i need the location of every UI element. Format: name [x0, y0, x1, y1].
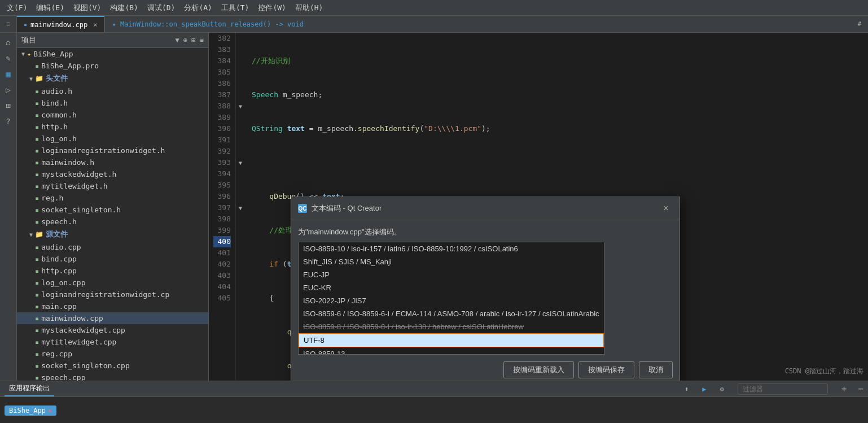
dialog-buttons: 按编码重新载入 按编码保存 取消 [298, 361, 673, 378]
fold-389 [236, 112, 245, 123]
encoding-item-0[interactable]: ISO-8859-10 / iso-ir-157 / latin6 / ISO-… [299, 242, 604, 255]
menu-build[interactable]: 构建(B) [106, 1, 142, 15]
file-icon: ▪ [35, 279, 39, 287]
file-label: socket_singleton.h [41, 206, 121, 214]
encoding-item-5[interactable]: ISO-8859-6 / ISO-8859-6-I / ECMA-114 / A… [299, 307, 604, 320]
fold-404 [236, 281, 245, 293]
tree-arrow-sources: ▼ [27, 232, 35, 238]
sidebar-icon-projects[interactable]: ⊞ [1, 98, 16, 113]
encoding-item-6[interactable]: ISO-8859-8 / ISO-8859-8-I / iso-ir-138 /… [299, 320, 604, 333]
encoding-item-8[interactable]: ISO-8859-13 [299, 347, 604, 355]
file-label: mystackedwidget.h [41, 170, 116, 178]
tree-file-logon-cpp[interactable]: ▪log_on.cpp [17, 277, 208, 289]
sidebar-icon-design[interactable]: ▦ [1, 67, 16, 81]
fold-388[interactable]: ▼ [236, 101, 245, 112]
watermark: CSDN @踏过山河，踏过海 [785, 367, 863, 376]
tree-file-logon-h[interactable]: ▪log_on.h [17, 133, 208, 145]
file-label: bind.cpp [41, 255, 77, 263]
fold-398 [236, 213, 245, 225]
breadcrumb: ✦ MainWindow::on_speakButton_released() … [104, 16, 868, 32]
tree-file-mainwindow-cpp[interactable]: ▪mainwindow.cpp [17, 312, 208, 324]
tab-label: mainwindow.cpp [30, 21, 87, 29]
headers-folder-icon: 📁 [35, 75, 43, 82]
pro-file-icon: ▪ [35, 62, 39, 70]
tree-arrow-root: ▼ [19, 51, 27, 57]
tree-file-common-h[interactable]: ▪common.h [17, 109, 208, 121]
encoding-item-1[interactable]: Shift_JIS / SJIS / MS_Kanji [299, 255, 604, 268]
tree-group-headers[interactable]: ▼ 📁 头文件 [17, 72, 208, 85]
sidebar-icon-debug[interactable]: ▷ [1, 82, 16, 97]
encoding-item-3[interactable]: EUC-KR [299, 281, 604, 294]
menu-analyze[interactable]: 分析(A) [179, 1, 216, 15]
sidebar-icon-edit[interactable]: ✎ [1, 51, 16, 66]
app-badge[interactable]: BiShe_App ✕ [5, 405, 56, 416]
menu-debug[interactable]: 调试(D) [143, 1, 179, 15]
tree-file-bind-h[interactable]: ▪bind.h [17, 97, 208, 109]
file-icon: ▪ [35, 303, 39, 311]
app-close-icon[interactable]: ✕ [48, 407, 52, 415]
tree-file-socket-h[interactable]: ▪socket_singleton.h [17, 204, 208, 216]
tree-file-login-cpp[interactable]: ▪loginandregistrationwidget.cp [17, 289, 208, 300]
headers-group-label: 头文件 [46, 73, 68, 84]
tree-file-audio-h[interactable]: ▪audio.h [17, 85, 208, 97]
encoding-item-4[interactable]: ISO-2022-JP / JIS7 [299, 294, 604, 307]
tree-pro-file[interactable]: ▪ BiShe_App.pro [17, 60, 208, 72]
tree-file-reg-cpp[interactable]: ▪reg.cpp [17, 348, 208, 360]
tree-root[interactable]: ▼ ✦ BiShe_App [17, 48, 208, 60]
dialog-title-text: 文本编码 - Qt Creator [312, 203, 382, 213]
tree-file-http-h[interactable]: ▪http.h [17, 121, 208, 133]
sidebar-icon-welcome[interactable]: ⌂ [1, 35, 16, 50]
tree-file-mytitle-h[interactable]: ▪mytitlewidget.h [17, 180, 208, 192]
file-icon: ▪ [35, 338, 39, 346]
tree-file-bind-cpp[interactable]: ▪bind.cpp [17, 253, 208, 265]
file-icon: ▪ [35, 182, 39, 190]
tree-file-http-cpp[interactable]: ▪http.cpp [17, 265, 208, 277]
fold-397[interactable]: ▼ [236, 202, 245, 213]
menu-file[interactable]: 文(F) [2, 1, 32, 15]
menu-controls[interactable]: 控件(W) [253, 1, 290, 15]
reload-button[interactable]: 按编码重新载入 [503, 361, 574, 378]
tab-mainwindow-cpp[interactable]: ▪ mainwindow.cpp × [17, 16, 104, 32]
encoding-dialog[interactable]: QC 文本编码 - Qt Creator × 为"mainwindow.cpp"… [291, 197, 680, 381]
tree-file-mainwindow-h[interactable]: ▪mainwindow.h [17, 156, 208, 168]
tab-close-icon[interactable]: × [93, 21, 97, 29]
file-icon: ▪ [35, 88, 39, 95]
tree-file-login-h[interactable]: ▪loginandregistrationwidget.h [17, 145, 208, 156]
tree-file-mystacked-h[interactable]: ▪mystackedwidget.h [17, 168, 208, 180]
fold-393[interactable]: ▼ [236, 157, 245, 168]
file-icon: ▪ [35, 362, 39, 370]
tree-file-speech-h[interactable]: ▪speech.h [17, 216, 208, 228]
encoding-list[interactable]: ISO-8859-10 / iso-ir-157 / latin6 / ISO-… [298, 242, 604, 355]
tree-file-audio-cpp[interactable]: ▪audio.cpp [17, 241, 208, 253]
file-label: mytitlewidget.cpp [41, 338, 116, 346]
tree-file-mystacked-cpp[interactable]: ▪mystackedwidget.cpp [17, 324, 208, 336]
sidebar-icon-help[interactable]: ? [1, 114, 16, 129]
tree-group-sources[interactable]: ▼ 📁 源文件 [17, 228, 208, 241]
filter-input[interactable] [738, 383, 828, 395]
file-icon: ▪ [35, 123, 39, 131]
dialog-icon: QC [298, 204, 307, 213]
encoding-item-2[interactable]: EUC-JP [299, 268, 604, 281]
file-label: mainwindow.h [41, 158, 94, 167]
menu-help[interactable]: 帮助(H) [291, 1, 327, 15]
dialog-icon-text: QC [299, 206, 307, 212]
tree-file-speech-cpp[interactable]: ▪speech.cpp [17, 372, 208, 381]
tree-file-main-cpp[interactable]: ▪main.cpp [17, 300, 208, 312]
file-label: http.h [41, 123, 68, 131]
encoding-item-utf8[interactable]: UTF-8 [299, 333, 604, 347]
tree-file-mytitle-cpp[interactable]: ▪mytitlewidget.cpp [17, 336, 208, 348]
menu-tools[interactable]: 工具(T) [217, 1, 253, 15]
bottom-tab-output[interactable]: 应用程序输出 [5, 381, 54, 396]
cancel-button[interactable]: 取消 [639, 361, 673, 378]
file-icon: ▪ [35, 99, 39, 107]
file-icon: ▪ [35, 350, 39, 358]
save-button[interactable]: 按编码保存 [578, 361, 634, 378]
file-icon: ▪ [35, 111, 39, 119]
dialog-close-button[interactable]: × [659, 202, 673, 215]
tree-file-socket-cpp[interactable]: ▪socket_singleton.cpp [17, 360, 208, 372]
fold-385 [236, 67, 245, 78]
tree-file-reg-h[interactable]: ▪reg.h [17, 192, 208, 204]
menu-edit[interactable]: 编辑(E) [32, 1, 68, 15]
menu-view[interactable]: 视图(V) [69, 1, 106, 15]
project-icon: ✦ [27, 50, 31, 58]
